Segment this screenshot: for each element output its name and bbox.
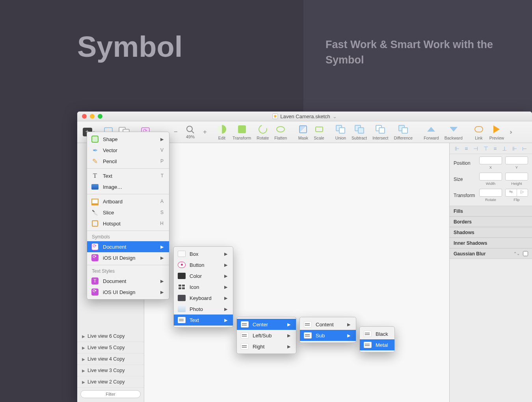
align-center-h-icon[interactable]: ≡ [465, 145, 468, 152]
chevron-down-icon[interactable]: ⌄ [333, 114, 337, 119]
toolbar-overflow[interactable]: ›› [507, 128, 513, 136]
position-x-input[interactable] [479, 156, 502, 164]
height-input[interactable] [505, 173, 528, 181]
submenu-item[interactable]: Keyboard▶ [174, 292, 233, 303]
svg-point-0 [187, 126, 192, 132]
align-center-v-icon[interactable]: ≡ [493, 145, 497, 152]
submenu-item[interactable]: Button▶ [174, 259, 233, 270]
align-left-icon[interactable]: ⊩ [455, 145, 459, 152]
distribute-v-icon[interactable]: ⊢ [522, 145, 527, 152]
menu-symbols-document[interactable]: Document▶ [87, 241, 169, 252]
forward-button[interactable]: Forward [421, 124, 442, 140]
submenu-item[interactable]: Metal [360, 339, 394, 350]
edit-button[interactable]: Edit [214, 124, 230, 140]
sub-submenu: BlackMetal [359, 326, 395, 352]
minimize-icon[interactable] [90, 114, 95, 119]
hero-subtitle: Fast Work & Smart Work with the Symbol [326, 37, 532, 68]
layer-item[interactable]: ▶Live view 5 Copy [77, 342, 144, 354]
menu-text-styles-ios[interactable]: iOS UI Design▶ [87, 287, 169, 298]
menu-symbols-ios[interactable]: iOS UI Design▶ [87, 252, 169, 263]
gaussian-blur-section[interactable]: Gaussian Blur⌃⌄ [450, 248, 532, 259]
align-bottom-icon[interactable]: ⊥ [502, 145, 507, 152]
menu-artboard[interactable]: ArtboardA [87, 196, 169, 207]
hero-title: Symbol [77, 30, 182, 63]
zoom-out-button[interactable]: − [172, 128, 179, 136]
intersect-button[interactable]: Intersect [370, 124, 391, 140]
align-top-icon[interactable]: ⊤ [484, 145, 488, 152]
document-submenu: Box▶Button▶Color▶Icon▶Keyboard▶Photo▶Tex… [173, 246, 233, 328]
fills-section[interactable]: Fills [450, 206, 532, 216]
transform-button[interactable]: Transform [230, 124, 254, 140]
layer-item[interactable]: ▶Live view 4 Copy [77, 354, 144, 365]
difference-button[interactable]: Difference [391, 124, 415, 140]
magnifier-icon [186, 125, 195, 134]
zoom-in-button[interactable]: + [201, 128, 208, 136]
mask-button[interactable]: Mask [295, 124, 311, 140]
menu-text-styles-document[interactable]: TDocument▶ [87, 275, 169, 287]
scale-button[interactable]: Scale [311, 124, 327, 140]
menu-pencil[interactable]: PencilP [87, 156, 169, 167]
link-button[interactable]: Link [471, 124, 487, 140]
zoom-level: 49% [179, 134, 201, 139]
flip-control[interactable]: ⇋▷ [505, 189, 528, 197]
borders-section[interactable]: Borders [450, 216, 532, 227]
menu-text[interactable]: TTextT [87, 170, 169, 181]
preview-button[interactable]: Preview [487, 124, 507, 140]
union-button[interactable]: Union [333, 124, 349, 140]
flatten-button[interactable]: Flatten [272, 124, 290, 140]
align-right-icon[interactable]: ⊣ [473, 145, 478, 152]
shadows-section[interactable]: Shadows [450, 227, 532, 238]
size-label: Size [454, 177, 476, 182]
menu-vector[interactable]: VectorV [87, 145, 169, 156]
submenu-item[interactable]: Box▶ [174, 248, 233, 259]
submenu-item[interactable]: Sub▶ [300, 330, 356, 341]
inner-shadows-section[interactable]: Inner Shadows [450, 238, 532, 248]
blur-checkbox[interactable] [523, 251, 528, 256]
transform-label: Transform [454, 193, 476, 198]
layer-item[interactable]: ▶Live view 2 Copy [77, 376, 144, 388]
subtract-button[interactable]: Subtract [349, 124, 370, 140]
backward-button[interactable]: Backward [442, 124, 465, 140]
center-submenu: Content▶Sub▶ [299, 317, 356, 343]
rotate-input[interactable] [479, 189, 502, 197]
submenu-item[interactable]: Icon▶ [174, 281, 233, 292]
submenu-item[interactable]: Black [360, 328, 394, 339]
position-y-input[interactable] [505, 156, 528, 164]
text-styles-header: Text Styles [87, 267, 169, 275]
window-title: Laven Camera.sketch [280, 114, 330, 119]
submenu-item[interactable]: Right▶ [237, 341, 296, 352]
insert-menu: Shape▶ VectorV PencilP TTextT Image… Art… [87, 132, 169, 300]
submenu-item[interactable]: Content▶ [300, 319, 356, 330]
zoom-icon[interactable] [98, 114, 102, 119]
width-input[interactable] [479, 173, 502, 181]
close-icon[interactable] [82, 114, 87, 119]
submenu-item[interactable]: Color▶ [174, 270, 233, 281]
symbols-header: Symbols [87, 233, 169, 241]
text-submenu: Center▶Left/Sub▶Right▶ [236, 317, 296, 354]
submenu-item[interactable]: Center▶ [237, 319, 296, 330]
svg-line-1 [192, 131, 194, 133]
layer-item[interactable]: ▶Live view 6 Copy [77, 331, 144, 342]
menu-slice[interactable]: SliceS [87, 207, 169, 218]
menu-shape[interactable]: Shape▶ [87, 134, 169, 145]
filter-input[interactable] [80, 390, 141, 398]
menu-image[interactable]: Image… [87, 181, 169, 192]
titlebar: Laven Camera.sketch ⌄ [77, 112, 532, 121]
submenu-item[interactable]: Left/Sub▶ [237, 330, 296, 341]
submenu-item[interactable]: Text▶ [174, 315, 233, 326]
position-label: Position [454, 160, 476, 166]
inspector-panel: ⊩ ≡ ⊣ ⊤ ≡ ⊥ ⊩ ⊢ Position X Y Size Width … [449, 143, 532, 402]
menu-hotspot[interactable]: HotspotH [87, 218, 169, 229]
distribute-h-icon[interactable]: ⊩ [512, 145, 517, 152]
file-icon [272, 114, 278, 119]
layer-item[interactable]: ▶Live view 3 Copy [77, 365, 144, 376]
submenu-item[interactable]: Photo▶ [174, 303, 233, 315]
rotate-button[interactable]: Rotate [254, 124, 272, 140]
